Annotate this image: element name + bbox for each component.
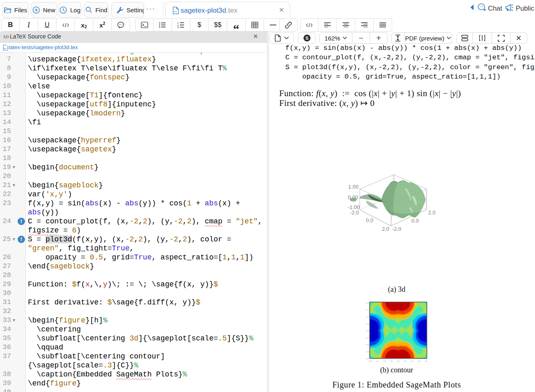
svg-text:-2.0: -2.0	[366, 358, 369, 360]
svg-text:2.0: 2.0	[366, 302, 369, 304]
svg-text:-0.5: -0.5	[390, 360, 393, 362]
svg-text:1.5: 1.5	[366, 309, 369, 311]
svg-text:0.5: 0.5	[404, 360, 407, 362]
svg-text:0.0: 0.0	[366, 217, 373, 223]
svg-text:2.0: 2.0	[428, 210, 436, 216]
svg-text:-1.0: -1.0	[383, 360, 386, 362]
svg-text:-2.0: -2.0	[369, 360, 372, 362]
svg-text:1.0: 1.0	[411, 360, 414, 362]
svg-text:0.00: 0.00	[348, 194, 358, 201]
svg-text:1.0: 1.0	[366, 316, 369, 318]
svg-text:1.00: 1.00	[348, 184, 359, 190]
svg-text:0.0: 0.0	[366, 330, 369, 332]
svg-text:0.0: 0.0	[411, 218, 419, 224]
svg-text:tex: tex	[174, 10, 177, 13]
svg-text:-1.5: -1.5	[366, 351, 369, 353]
svg-text:2.0: 2.0	[382, 226, 389, 232]
svg-text:S: S	[305, 36, 308, 41]
svg-text:-0.5: -0.5	[366, 337, 369, 339]
svg-text:2.0: 2.0	[425, 360, 428, 362]
svg-text:0.0: 0.0	[397, 360, 400, 362]
svg-text:tex: tex	[4, 47, 7, 50]
svg-text:-2.0: -2.0	[350, 210, 359, 216]
svg-text:3: 3	[177, 26, 179, 28]
svg-text:-2.0: -2.0	[392, 226, 401, 232]
svg-text:-1.5: -1.5	[376, 360, 379, 362]
svg-text:1.5: 1.5	[418, 360, 421, 362]
svg-text:-1.0: -1.0	[366, 344, 369, 346]
svg-text:0.5: 0.5	[366, 323, 369, 325]
